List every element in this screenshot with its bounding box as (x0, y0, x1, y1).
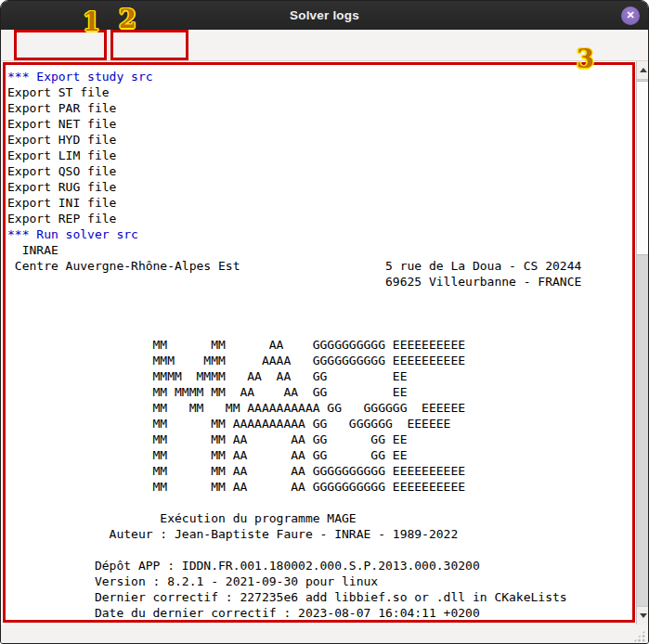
log-line: MM MM AA AA GG GG EE (7, 431, 633, 447)
log-line: MM MMMM MM AA AA GG EE (7, 384, 633, 400)
log-line: Export REP file (7, 211, 633, 226)
log-line: Export LIM file (7, 148, 633, 163)
log-line: Export QSO file (7, 163, 633, 179)
log-output[interactable]: *** Export study srcExport ST fileExport… (6, 65, 633, 622)
log-line (7, 290, 633, 305)
log-line: Exécution du programme MAGE (7, 510, 633, 526)
window-title: Solver logs (290, 8, 359, 22)
log-line: Export ST file (7, 84, 633, 100)
log-line: MMM MMM AAAA GGGGGGGGGG EEEEEEEEEE (7, 353, 633, 368)
log-line: MM MM AA AA GG GG EE (7, 447, 633, 463)
log-line: Export INI file (7, 195, 633, 211)
log-line (7, 495, 633, 510)
log-line: Export HYD file (7, 132, 633, 148)
arrow-down-icon (640, 613, 647, 618)
log-line: Export PAR file (7, 100, 633, 116)
log-line: Export RUG file (7, 179, 633, 195)
resize-grip[interactable] (633, 630, 645, 642)
arrow-up-icon (640, 68, 647, 72)
log-line: Auteur : Jean-Baptiste Faure - INRAE - 1… (7, 526, 633, 542)
log-line (7, 305, 633, 321)
vertical-scrollbar[interactable] (636, 61, 649, 625)
log-line: *** Export study src (7, 69, 633, 84)
log-line: *** Run solver src (7, 226, 633, 242)
log-line: Date du dernier correctif : 2023-08-07 1… (7, 605, 633, 621)
log-line: MM MM AA GGGGGGGGGG EEEEEEEEEE (7, 337, 633, 353)
scroll-down-button[interactable] (637, 606, 649, 625)
log-line: Version : 8.2.1 - 2021-09-30 pour linux (7, 573, 633, 589)
log-line: Centre Auvergne-Rhône-Alpes Est 5 rue de… (7, 258, 633, 274)
toolbar: results (1, 30, 648, 61)
statusbar (1, 625, 648, 644)
close-button[interactable]: ✕ (621, 6, 640, 25)
solver-logs-window: Solver logs ✕ (0, 0, 649, 644)
log-line: INRAE (7, 242, 633, 258)
close-icon: ✕ (626, 10, 634, 20)
log-panel: *** Export study srcExport ST fileExport… (1, 61, 636, 625)
log-line: MMMM MMMM AA AA GG EE (7, 368, 633, 384)
log-line: 69625 Villeurbanne - FRANCE (7, 274, 633, 290)
log-line: Dépôt APP : IDDN.FR.001.180002.000.S.P.2… (7, 558, 633, 573)
scrollbar-thumb[interactable] (637, 81, 649, 255)
titlebar[interactable]: Solver logs ✕ (1, 1, 648, 30)
log-line (7, 321, 633, 337)
log-line: Dernier correctif : 227235e6 add libbief… (7, 589, 633, 605)
log-line (7, 542, 633, 558)
log-line: Export NET file (7, 116, 633, 132)
log-line: MM MM AAAAAAAAAA GG GGGGGG EEEEEE (7, 416, 633, 431)
scroll-up-button[interactable] (637, 61, 649, 80)
log-line: MM MM AA AA GGGGGGGGGG EEEEEEEEEE (7, 463, 633, 479)
log-line: MM MM AA AA GGGGGGGGGG EEEEEEEEEE (7, 479, 633, 495)
log-line: MM MM MM AAAAAAAAAA GG GGGGGG EEEEEE (7, 400, 633, 416)
